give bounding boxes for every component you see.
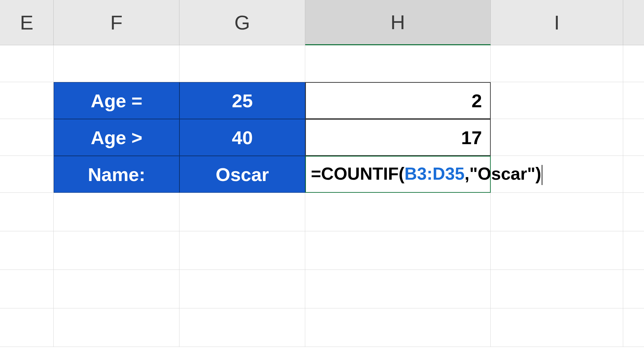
cell-H3-result[interactable]: 17 (305, 119, 491, 156)
column-header-F[interactable]: F (54, 0, 179, 45)
cell-G8[interactable] (179, 308, 305, 347)
cell-I2[interactable] (491, 82, 623, 119)
cell-overflow-3[interactable] (623, 119, 644, 156)
cell-G2-value[interactable]: 25 (179, 82, 305, 119)
cell-overflow-5[interactable] (623, 193, 644, 231)
cell-E1[interactable] (0, 45, 54, 82)
cell-E3[interactable] (0, 119, 54, 156)
cell-G6[interactable] (179, 231, 305, 270)
cell-E5[interactable] (0, 193, 54, 231)
cell-H4-formula-editing[interactable]: =COUNTIF(B3:D35,"Oscar") (305, 156, 491, 193)
cell-I6[interactable] (491, 231, 623, 270)
formula-text: =COUNTIF(B3:D35,"Oscar") (311, 164, 542, 185)
column-header-overflow[interactable] (623, 0, 644, 45)
column-header-I[interactable]: I (491, 0, 623, 45)
cell-H2-result[interactable]: 2 (305, 82, 491, 119)
formula-prefix: =COUNTIF( (311, 164, 405, 183)
cell-H7[interactable] (305, 270, 491, 308)
spreadsheet-grid: E F G H I Age = 25 2 Age > 40 17 Name: O… (0, 0, 644, 347)
cell-H6[interactable] (305, 231, 491, 270)
cell-I3[interactable] (491, 119, 623, 156)
cell-E8[interactable] (0, 308, 54, 347)
cell-F5[interactable] (54, 193, 179, 231)
cell-F4-label[interactable]: Name: (54, 156, 179, 193)
cell-overflow-4[interactable] (623, 156, 644, 193)
cell-E7[interactable] (0, 270, 54, 308)
cell-G1[interactable] (179, 45, 305, 82)
cell-F3-label[interactable]: Age > (54, 119, 179, 156)
cell-G4-value[interactable]: Oscar (179, 156, 305, 193)
cell-I8[interactable] (491, 308, 623, 347)
formula-range-ref: B3:D35 (405, 164, 465, 183)
cell-overflow-6[interactable] (623, 231, 644, 270)
cell-overflow-1[interactable] (623, 45, 644, 82)
cell-overflow-2[interactable] (623, 82, 644, 119)
cell-F8[interactable] (54, 308, 179, 347)
cell-G5[interactable] (179, 193, 305, 231)
cell-H5[interactable] (305, 193, 491, 231)
cell-H1[interactable] (305, 45, 491, 82)
cell-E4[interactable] (0, 156, 54, 193)
cell-F6[interactable] (54, 231, 179, 270)
cell-overflow-8[interactable] (623, 308, 644, 347)
cell-I7[interactable] (491, 270, 623, 308)
cell-F7[interactable] (54, 270, 179, 308)
cell-I1[interactable] (491, 45, 623, 82)
cell-E6[interactable] (0, 231, 54, 270)
column-header-E[interactable]: E (0, 0, 54, 45)
column-header-H[interactable]: H (305, 0, 491, 45)
cell-F1[interactable] (54, 45, 179, 82)
text-cursor (542, 165, 542, 185)
cell-F2-label[interactable]: Age = (54, 82, 179, 119)
cell-G7[interactable] (179, 270, 305, 308)
column-header-G[interactable]: G (179, 0, 305, 45)
formula-suffix: ,"Oscar") (465, 164, 541, 183)
cell-overflow-7[interactable] (623, 270, 644, 308)
cell-H8[interactable] (305, 308, 491, 347)
cell-I5[interactable] (491, 193, 623, 231)
cell-E2[interactable] (0, 82, 54, 119)
cell-G3-value[interactable]: 40 (179, 119, 305, 156)
